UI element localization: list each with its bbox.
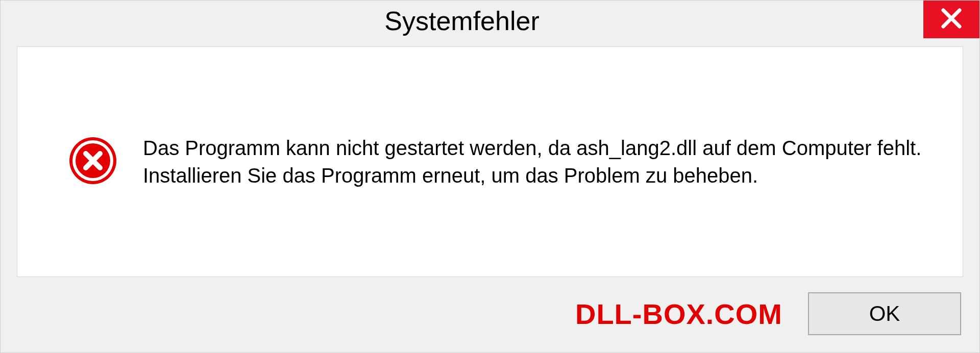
error-dialog: Systemfehler Das Programm kann nicht ges… bbox=[0, 0, 980, 353]
error-message: Das Programm kann nicht gestartet werden… bbox=[143, 134, 942, 189]
error-icon bbox=[68, 136, 117, 187]
footer: DLL-BOX.COM OK bbox=[1, 277, 979, 352]
close-button[interactable] bbox=[923, 1, 979, 38]
titlebar: Systemfehler bbox=[1, 1, 979, 46]
close-icon bbox=[940, 7, 963, 32]
watermark-text: DLL-BOX.COM bbox=[575, 297, 782, 331]
dialog-title: Systemfehler bbox=[1, 1, 923, 36]
ok-button[interactable]: OK bbox=[808, 292, 961, 335]
content-area: Das Programm kann nicht gestartet werden… bbox=[17, 46, 963, 277]
